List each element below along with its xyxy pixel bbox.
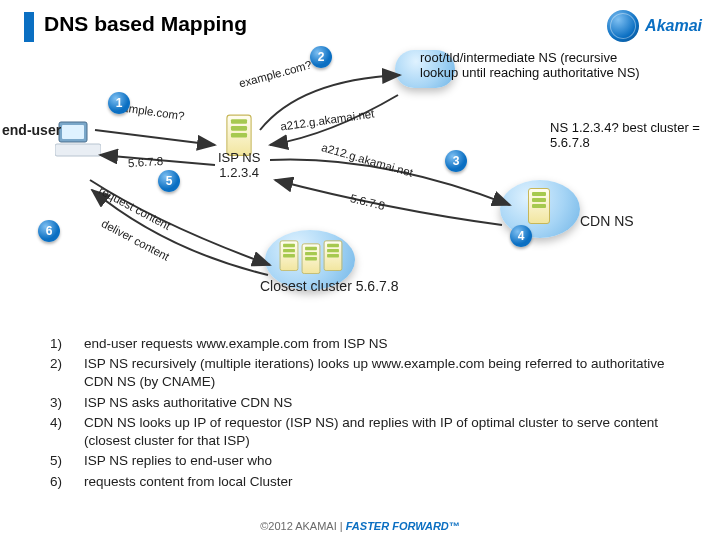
step-num: 6) (50, 473, 84, 491)
step-marker-5: 5 (158, 170, 180, 192)
isp-ns-ip: 1.2.3.4 (218, 165, 260, 180)
isp-ns-label: ISP NS 1.2.3.4 (218, 150, 260, 180)
end-user-workstation-icon (55, 120, 101, 163)
best-cluster-note: NS 1.2.3.4? best cluster = 5.6.7.8 (550, 120, 710, 150)
step-text: ISP NS replies to end-user who (84, 452, 690, 470)
step-marker-1: 1 (108, 92, 130, 114)
step-text: CDN NS looks up IP of requestor (ISP NS)… (84, 414, 690, 450)
cdn-ns-server-icon (528, 188, 550, 224)
footer: ©2012 AKAMAI | FASTER FORWARD™ (0, 520, 720, 532)
footer-copyright: ©2012 AKAMAI | (260, 520, 346, 532)
cluster-server-icon (302, 243, 321, 274)
cluster-server-icon (280, 240, 299, 271)
step-text: ISP NS recursively (multiple iterations)… (84, 355, 690, 391)
step-marker-2: 2 (310, 46, 332, 68)
step-row: 2)ISP NS recursively (multiple iteration… (50, 355, 690, 391)
step-row: 3)ISP NS asks authoritative CDN NS (50, 394, 690, 412)
end-user-label: end-user (2, 122, 61, 138)
brand-logo: Akamai (607, 10, 702, 42)
step-text: requests content from local Cluster (84, 473, 690, 491)
step-num: 5) (50, 452, 84, 470)
brand-text: Akamai (645, 17, 702, 35)
header-accent-bar (24, 12, 34, 42)
step-marker-6: 6 (38, 220, 60, 242)
dns-mapping-diagram: 1 2 3 4 5 6 example.com? example.com? a2… (0, 50, 720, 315)
arrow-label-isp-cdn: a212.g.akamai.net (320, 141, 414, 179)
step-num: 4) (50, 414, 84, 450)
arrow-label-isp-root: example.com? (238, 59, 313, 90)
arrows-layer (0, 50, 720, 315)
arrow-label-isp-user: 5.6.7.8 (128, 155, 164, 169)
step-row: 6)requests content from local Cluster (50, 473, 690, 491)
step-row: 5)ISP NS replies to end-user who (50, 452, 690, 470)
step-text: end-user requests www.example.com from I… (84, 335, 690, 353)
arrow-label-root-isp: a212.g.akamai.net (280, 107, 375, 132)
step-row: 4)CDN NS looks up IP of requestor (ISP N… (50, 414, 690, 450)
step-text: ISP NS asks authoritative CDN NS (84, 394, 690, 412)
arrow-label-cdn-isp: 5.6.7.8 (349, 192, 386, 212)
cluster-server-icon (324, 240, 343, 271)
steps-list: 1)end-user requests www.example.com from… (50, 335, 690, 493)
step-num: 1) (50, 335, 84, 353)
isp-ns-name: ISP NS (218, 150, 260, 165)
step-marker-3: 3 (445, 150, 467, 172)
root-ns-note: root/tld/intermediate NS (recursive look… (420, 50, 650, 80)
page-title: DNS based Mapping (44, 12, 247, 36)
step-num: 2) (50, 355, 84, 391)
closest-cluster-label: Closest cluster 5.6.7.8 (260, 278, 399, 294)
step-num: 3) (50, 394, 84, 412)
step-row: 1)end-user requests www.example.com from… (50, 335, 690, 353)
cdn-ns-label: CDN NS (580, 213, 634, 229)
svg-rect-3 (62, 125, 84, 139)
svg-rect-4 (55, 144, 101, 156)
globe-icon (607, 10, 639, 42)
step-marker-4: 4 (510, 225, 532, 247)
footer-tagline: FASTER FORWARD™ (346, 520, 460, 532)
svg-line-0 (95, 130, 215, 145)
